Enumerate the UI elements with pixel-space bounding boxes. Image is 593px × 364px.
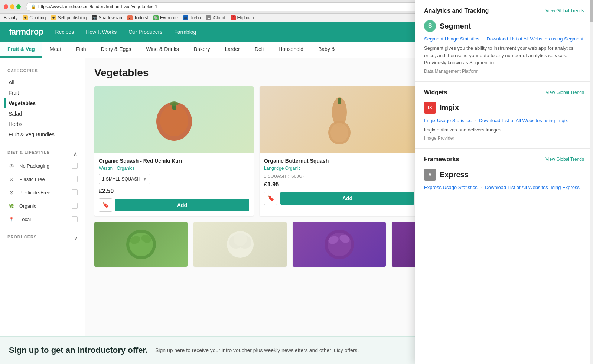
bookmark-label: iCloud [212,15,225,20]
bookmark-flipboard[interactable]: f Flipboard [231,15,256,20]
svg-point-27 [328,233,351,256]
sidebar-link-vegetables[interactable]: Vegetables [4,98,78,108]
sidebar-link-salad[interactable]: Salad [4,108,78,119]
cat-nav-deli[interactable]: Deli [247,42,271,58]
product-producer-squash[interactable]: Westmill Organics [99,166,249,171]
cat-nav-meat[interactable]: Meat [42,42,69,58]
nav-link-recipes[interactable]: Recipes [55,29,74,35]
product-price-squash: £2.50 [99,188,249,195]
product-price-butternut: £1.95 [264,181,414,188]
product-actions-squash: 🔖 Add [99,198,249,212]
quantity-value: 1 SMALL SQUASH [102,176,140,182]
sidebar-link-all[interactable]: All [4,77,78,88]
bookmark-label: Cooking [29,15,46,20]
product-image-savoy [94,222,188,267]
bookmark-icon-cooking: ★ [23,15,28,20]
banner-headline: Sign up to get an introductory offer. [9,345,148,355]
site-logo[interactable]: farmdrop [9,27,43,37]
diet-label-local: Local [19,217,31,222]
bookmark-label: Self publishing [58,15,87,20]
svg-point-3 [170,101,179,106]
bookmark-icon-fb: f [231,15,236,20]
product-quantity-butternut: 1 SQUASH (~600G) [264,174,414,178]
frameworks-section-header: Frameworks View Global Trends [424,156,584,163]
butternut-image-svg [325,94,354,146]
address-url: https://www.farmdrop.com/london/fruit-an… [38,4,157,9]
imgix-link-sep: · [475,117,476,123]
diet-checkbox-plastic-free[interactable] [72,176,78,182]
bookmark-self-publishing[interactable]: ★ Self publishing [51,15,87,20]
address-lock-icon: 🔒 [31,4,36,9]
add-to-basket-butternut[interactable]: Add [280,192,414,205]
sidebar-link-herbs[interactable]: Herbs [4,119,78,129]
cat-nav-fruit-veg[interactable]: Fruit & Veg [0,42,42,58]
imgix-download-link[interactable]: Download List of All Websites using Imgi… [479,118,568,123]
bookmark-beauty[interactable]: Beauty [4,15,17,20]
cat-nav-bakery[interactable]: Bakery [186,42,218,58]
pesticide-free-icon: ⊗ [7,188,16,196]
diet-checkbox-organic[interactable] [72,203,78,209]
bookmark-todoist[interactable]: ✓ Todoist [127,15,148,20]
bookmark-label: Flipboard [237,15,256,20]
segment-category: Data Management Platform [424,69,479,74]
organic-icon: 🌿 [7,202,16,210]
quantity-selector-squash[interactable]: 1 SMALL SQUASH ▼ [99,174,150,184]
bookmark-icon-td: ✓ [127,15,133,20]
product-card-savoy [94,222,188,267]
express-logo-icon: # [424,169,436,181]
add-to-basket-squash[interactable]: Add [115,199,249,211]
imgix-usage-stats-link[interactable]: Imgix Usage Statistics [424,118,472,123]
diet-checkbox-pesticide-free[interactable] [72,189,78,195]
express-links: Express Usage Statistics · Download List… [424,184,584,190]
bookmark-button-squash[interactable]: 🔖 [99,198,112,212]
cat-nav-baby[interactable]: Baby & [311,42,342,58]
overlay-section-analytics: Analytics and Tracking View Global Trend… [415,58,593,82]
product-producer-butternut[interactable]: Langridge Organic [264,166,414,171]
product-name-butternut: Organic Butternut Squash [264,157,414,164]
overlay-section-frameworks: Frameworks View Global Trends # Express … [415,149,593,201]
diet-toggle-icon[interactable]: ∧ [73,150,78,157]
bookmark-evernote[interactable]: 🐘 Evernote [153,15,178,20]
cat-nav-larder[interactable]: Larder [217,42,247,58]
frameworks-global-trends-link[interactable]: View Global Trends [545,157,584,162]
express-download-link[interactable]: Download List of All Websites using Expr… [485,185,580,190]
producers-header: PRODUCERS ∨ [7,233,78,244]
page-wrapper: farmdrop Recipes How It Works Our Produc… [0,22,593,364]
product-image-red-cabbage [293,222,386,267]
cat-nav-fish[interactable]: Fish [69,42,93,58]
sidebar-link-bundles[interactable]: Fruit & Veg Bundles [4,129,78,140]
diet-item-organic: 🌿 Organic [7,199,78,212]
svg-point-25 [234,233,247,246]
diet-item-plastic-free: ⊘ Plastic Free [7,172,78,186]
product-name-squash: Organic Squash - Red Uchiki Kuri [99,157,249,164]
bookmark-icloud[interactable]: ☁ iCloud [206,15,225,20]
producers-section-title: PRODUCERS [7,235,37,239]
nav-link-how-it-works[interactable]: How It Works [86,29,117,35]
bookmark-shadowban[interactable]: 📷 Shadowban [92,15,122,20]
diet-checkbox-no-packaging[interactable] [72,163,78,169]
bookmark-trello[interactable]: ▦ Trello [183,15,201,20]
bookmark-cooking[interactable]: ★ Cooking [23,15,46,20]
bookmark-label: Trello [190,15,201,20]
svg-point-6 [330,123,348,142]
producers-toggle-icon[interactable]: ∨ [74,235,78,241]
main-content: CATEGORIES All Fruit Vegetables Salad He… [0,58,593,364]
overlay-scrollbar[interactable] [590,58,593,364]
cat-nav-wine[interactable]: Wine & Drinks [139,42,186,58]
imgix-description: imgix optimizes and delivers images [424,126,584,134]
cat-nav-household[interactable]: Household [271,42,311,58]
nav-link-farmblog[interactable]: Farmblog [174,29,196,35]
express-name: Express [440,170,469,179]
cat-nav-dairy[interactable]: Dairy & Eggs [93,42,139,58]
bookmark-button-butternut[interactable]: 🔖 [264,192,277,205]
nav-link-our-producers[interactable]: Our Producers [128,29,162,35]
bookmark-label: Shadowban [98,15,122,20]
sidebar-link-fruit[interactable]: Fruit [4,88,78,98]
express-usage-stats-link[interactable]: Express Usage Statistics [424,185,478,190]
diet-label-no-packaging: No Packaging [19,163,49,169]
diet-checkbox-local[interactable] [72,216,78,222]
overlay-panel: Analytics and Tracking View Global Trend… [415,58,593,364]
widgets-global-trends-link[interactable]: View Global Trends [545,90,584,95]
overlay-section-widgets: Widgets View Global Trends IX Imgix Imgi… [415,82,593,149]
diet-item-no-packaging: ◎ No Packaging [7,159,78,172]
